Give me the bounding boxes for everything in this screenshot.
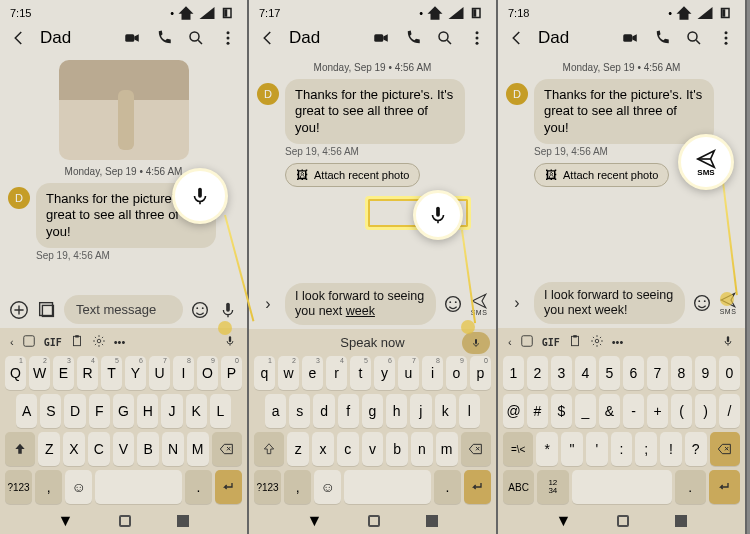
key[interactable]: F — [89, 394, 110, 428]
key[interactable]: w2 — [278, 356, 299, 390]
back-icon[interactable] — [508, 29, 526, 47]
enter-key[interactable] — [464, 470, 491, 504]
key[interactable]: e3 — [302, 356, 323, 390]
key[interactable]: M — [187, 432, 209, 466]
avatar[interactable]: D — [8, 187, 30, 209]
key[interactable]: * — [536, 432, 558, 466]
contact-name[interactable]: Dad — [289, 28, 360, 48]
key[interactable]: 9 — [695, 356, 716, 390]
gif-icon[interactable]: GIF — [542, 337, 560, 348]
key[interactable]: W2 — [29, 356, 50, 390]
message-bubble[interactable]: Thanks for the picture's. It's great to … — [534, 79, 714, 144]
text-input[interactable]: Text message — [64, 295, 183, 324]
key[interactable]: q1 — [254, 356, 275, 390]
key[interactable]: x — [312, 432, 334, 466]
key[interactable]: y6 — [374, 356, 395, 390]
nav-recents-icon[interactable] — [426, 515, 438, 527]
key[interactable]: 0 — [719, 356, 740, 390]
key[interactable]: " — [561, 432, 583, 466]
nav-home-icon[interactable] — [368, 515, 380, 527]
space-key[interactable] — [572, 470, 672, 504]
key[interactable]: D — [64, 394, 85, 428]
key[interactable]: G — [113, 394, 134, 428]
key[interactable]: g — [362, 394, 383, 428]
sticker-icon[interactable] — [22, 334, 36, 350]
key[interactable]: R4 — [77, 356, 98, 390]
key[interactable]: @ — [503, 394, 524, 428]
key[interactable]: S — [40, 394, 61, 428]
extra-key[interactable]: 12 34 — [537, 470, 568, 504]
backspace-key[interactable] — [710, 432, 740, 466]
expand-icon[interactable]: › — [506, 292, 528, 314]
key[interactable]: h — [386, 394, 407, 428]
gallery-icon[interactable] — [36, 299, 58, 321]
nav-keyboard-down-icon[interactable]: ▼ — [58, 512, 74, 530]
videocall-icon[interactable] — [372, 29, 390, 47]
key[interactable]: V — [113, 432, 135, 466]
attach-photo-chip[interactable]: 🖼Attach recent photo — [534, 163, 669, 187]
more-icon[interactable] — [468, 29, 486, 47]
enter-key[interactable] — [709, 470, 740, 504]
key[interactable]: b — [386, 432, 408, 466]
kbd-mic-icon[interactable] — [721, 334, 735, 350]
settings-icon[interactable] — [92, 334, 106, 350]
key[interactable]: N — [162, 432, 184, 466]
kbd-mic-icon[interactable] — [223, 334, 237, 350]
clipboard-icon[interactable] — [568, 334, 582, 350]
avatar[interactable]: D — [257, 83, 279, 105]
contact-name[interactable]: Dad — [538, 28, 609, 48]
message-bubble[interactable]: Thanks for the picture's. It's great to … — [285, 79, 465, 144]
expand-icon[interactable]: › — [257, 293, 279, 315]
received-photo[interactable] — [59, 60, 189, 160]
key[interactable]: 3 — [551, 356, 572, 390]
key[interactable]: Q1 — [5, 356, 26, 390]
videocall-icon[interactable] — [621, 29, 639, 47]
period-key[interactable]: . — [185, 470, 212, 504]
key[interactable]: ) — [695, 394, 716, 428]
key[interactable]: ! — [660, 432, 682, 466]
key[interactable]: i8 — [422, 356, 443, 390]
key[interactable]: f — [338, 394, 359, 428]
call-icon[interactable] — [653, 29, 671, 47]
key[interactable]: B — [137, 432, 159, 466]
backspace-key[interactable] — [212, 432, 242, 466]
nav-home-icon[interactable] — [119, 515, 131, 527]
backspace-key[interactable] — [461, 432, 491, 466]
search-icon[interactable] — [187, 29, 205, 47]
more-icon[interactable] — [717, 29, 735, 47]
chevron-left-icon[interactable]: ‹ — [508, 336, 512, 348]
emoji-icon[interactable] — [691, 292, 713, 314]
search-icon[interactable] — [436, 29, 454, 47]
space-key[interactable] — [344, 470, 431, 504]
key[interactable]: P0 — [221, 356, 242, 390]
key[interactable]: t5 — [350, 356, 371, 390]
key[interactable]: E3 — [53, 356, 74, 390]
nav-keyboard-down-icon[interactable]: ▼ — [556, 512, 572, 530]
key[interactable]: - — [623, 394, 644, 428]
key[interactable]: ' — [586, 432, 608, 466]
back-icon[interactable] — [259, 29, 277, 47]
key[interactable]: o9 — [446, 356, 467, 390]
key[interactable]: $ — [551, 394, 572, 428]
key[interactable]: c — [337, 432, 359, 466]
key[interactable]: J — [161, 394, 182, 428]
more-icon[interactable]: ••• — [612, 336, 624, 348]
key[interactable]: k — [435, 394, 456, 428]
emoji-key[interactable]: ☺ — [65, 470, 92, 504]
key[interactable]: v — [362, 432, 384, 466]
comma-key[interactable]: , — [35, 470, 62, 504]
key[interactable]: L — [210, 394, 231, 428]
add-icon[interactable] — [8, 299, 30, 321]
emoji-icon[interactable] — [442, 293, 464, 315]
key[interactable]: T5 — [101, 356, 122, 390]
key[interactable]: 8 — [671, 356, 692, 390]
key[interactable]: X — [63, 432, 85, 466]
key[interactable]: I8 — [173, 356, 194, 390]
key[interactable]: Y6 — [125, 356, 146, 390]
attach-photo-chip[interactable]: 🖼Attach recent photo — [285, 163, 420, 187]
key[interactable]: _ — [575, 394, 596, 428]
key[interactable]: 2 — [527, 356, 548, 390]
key[interactable]: p0 — [470, 356, 491, 390]
key[interactable]: l — [459, 394, 480, 428]
gif-icon[interactable]: GIF — [44, 337, 62, 348]
